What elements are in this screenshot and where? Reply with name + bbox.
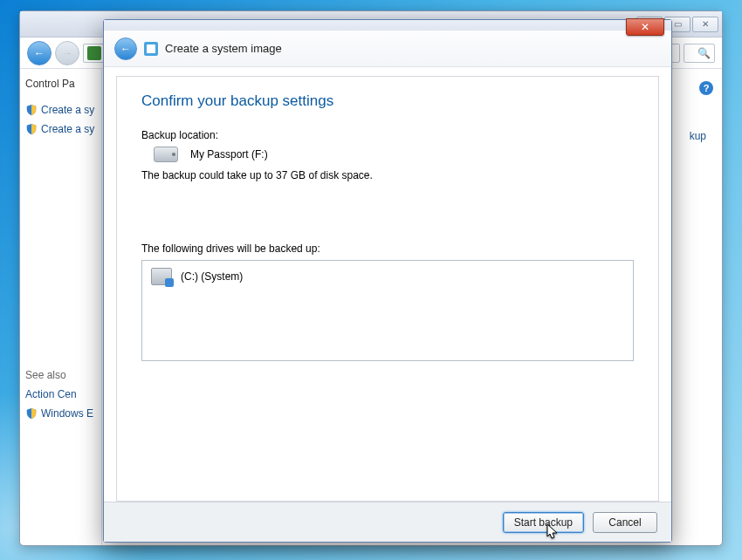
drive-icon xyxy=(151,268,172,285)
nav-back-button[interactable]: ← xyxy=(27,41,52,65)
shield-icon xyxy=(25,104,38,116)
button-label: Cancel xyxy=(608,516,641,529)
dialog-title: Create a system image xyxy=(165,42,282,55)
size-note: The backup could take up to 37 GB of dis… xyxy=(141,169,634,181)
button-label: Start backup xyxy=(514,516,573,529)
sidebar-item[interactable]: Create a sy xyxy=(25,120,96,139)
dialog-header: ← Create a system image xyxy=(104,31,671,67)
sidebar-item-label: Create a sy xyxy=(41,104,94,116)
drive-label: (C:) (System) xyxy=(181,270,243,283)
sidebar-item[interactable]: Windows E xyxy=(25,404,96,423)
system-image-wizard: ✕ ← Create a system image Confirm your b… xyxy=(103,19,672,543)
arrow-left-icon: ← xyxy=(34,47,45,59)
backup-destination: My Passport (F:) xyxy=(154,147,634,162)
destination-name: My Passport (F:) xyxy=(190,148,268,160)
hard-drive-icon xyxy=(154,147,178,162)
sidebar-item-label: Create a sy xyxy=(41,123,94,135)
page-heading: Confirm your backup settings xyxy=(141,92,634,110)
arrow-left-icon: ← xyxy=(120,43,131,55)
sidebar-item[interactable]: Action Cen xyxy=(25,385,96,404)
drives-listbox: (C:) (System) xyxy=(141,260,634,361)
sidebar-heading: Control Pa xyxy=(25,78,96,90)
system-image-icon xyxy=(144,42,158,56)
nav-forward-button[interactable]: → xyxy=(55,41,79,65)
sidebar-item-label: Windows E xyxy=(41,407,93,420)
close-x-icon: ✕ xyxy=(702,19,709,29)
shield-icon xyxy=(25,407,38,420)
bg-link[interactable]: kup xyxy=(690,130,706,142)
arrow-right-icon: → xyxy=(62,47,72,59)
backup-location-label: Backup location: xyxy=(141,129,634,141)
dialog-titlebar: ✕ xyxy=(104,20,671,31)
drives-label: The following drives will be backed up: xyxy=(141,242,634,255)
sidebar: Control Pa Create a sy Create a sy See a… xyxy=(20,69,102,545)
maximize-icon: ▭ xyxy=(674,19,682,29)
see-also-heading: See also xyxy=(25,365,96,385)
start-backup-button[interactable]: Start backup xyxy=(503,512,584,533)
sidebar-item[interactable]: Create a sy xyxy=(25,100,96,120)
dialog-footer: Start backup Cancel xyxy=(104,502,671,542)
drive-item: (C:) (System) xyxy=(151,268,624,285)
dialog-content: Confirm your backup settings Backup loca… xyxy=(116,76,659,502)
help-icon[interactable]: ? xyxy=(699,81,713,95)
cancel-button[interactable]: Cancel xyxy=(593,512,657,533)
shield-icon xyxy=(25,123,38,135)
wizard-back-button[interactable]: ← xyxy=(114,38,137,60)
folder-icon xyxy=(87,46,101,60)
close-icon: ✕ xyxy=(641,21,649,33)
search-field[interactable]: 🔍 xyxy=(684,44,715,63)
sidebar-item-label: Action Cen xyxy=(25,388,77,400)
bg-close-button[interactable]: ✕ xyxy=(692,17,718,32)
dialog-close-button[interactable]: ✕ xyxy=(626,18,664,36)
search-icon: 🔍 xyxy=(697,47,711,59)
